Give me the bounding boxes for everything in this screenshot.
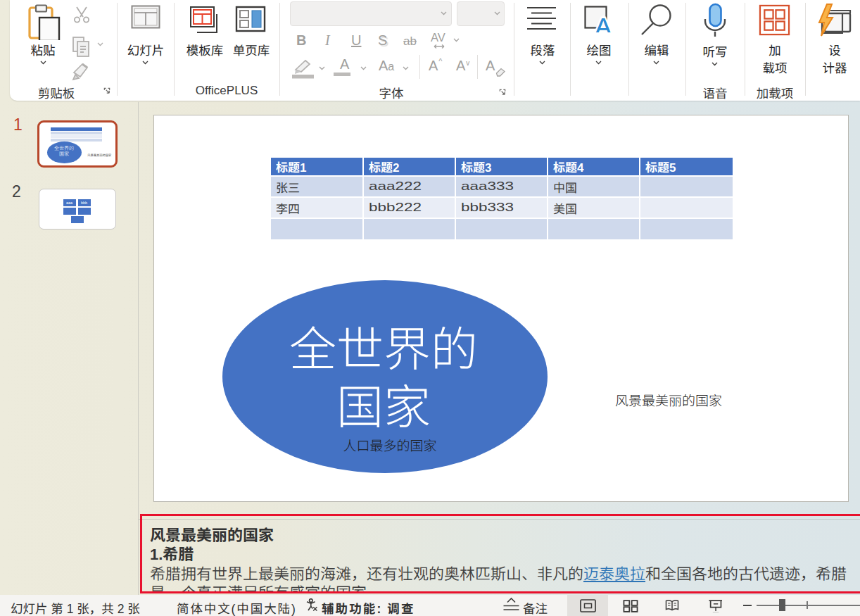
svg-text:A: A [595, 13, 612, 32]
